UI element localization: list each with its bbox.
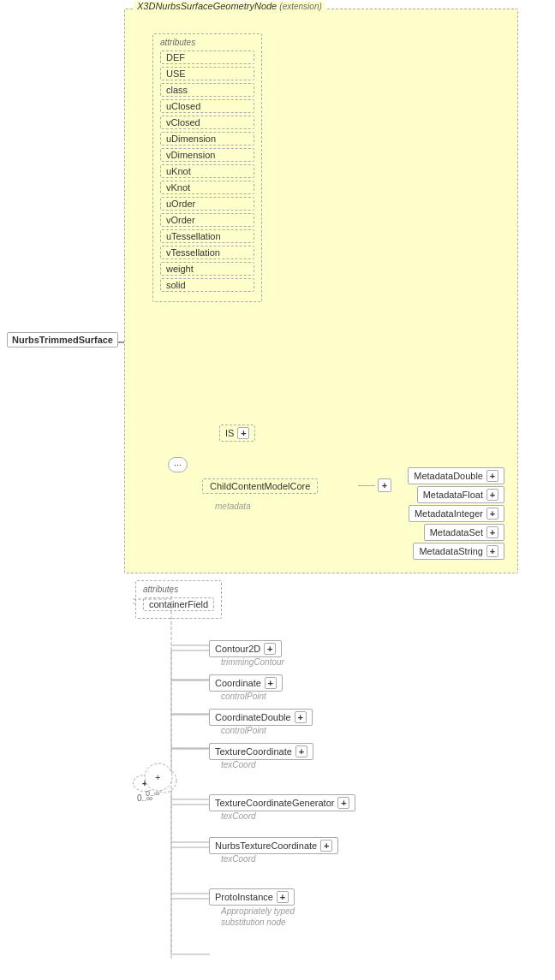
attr-vClosed: vClosed — [160, 116, 254, 129]
child-content-model-box: ChildContentModelCore — [202, 478, 318, 494]
nurbs-texture-coordinate-sublabel: texCoord — [221, 854, 256, 864]
bottom-attributes-box: attributes containerField — [135, 580, 222, 619]
attributes-box: attributes DEF USE class uClosed vClosed… — [152, 33, 262, 302]
metadata-float-box: MetadataFloat + — [417, 486, 504, 503]
texture-coordinate-generator-row: TextureCoordinateGenerator + — [209, 794, 355, 811]
contour2d-label: Contour2D — [215, 644, 260, 654]
texture-coordinate-generator-sublabel: texCoord — [221, 811, 256, 821]
texture-coordinate-row: TextureCoordinate + — [209, 743, 313, 760]
metadata-string-plus[interactable]: + — [486, 545, 498, 557]
attr-vDimension: vDimension — [160, 148, 254, 162]
texture-coordinate-label: TextureCoordinate — [215, 746, 292, 757]
contour2d-row: Contour2D + — [209, 640, 282, 657]
contour2d-box: Contour2D + — [209, 640, 282, 657]
texture-coordinate-generator-label: TextureCoordinateGenerator — [215, 798, 334, 808]
metadata-float-plus[interactable]: + — [486, 489, 498, 501]
loop-count-label: 0..∞ — [137, 793, 152, 803]
nurbs-texture-coordinate-box: NurbsTextureCoordinate + — [209, 837, 338, 854]
nurbs-trimmed-surface-label: NurbsTrimmedSurface — [7, 332, 118, 347]
attr-solid: solid — [160, 278, 254, 292]
metadata-set-plus[interactable]: + — [486, 526, 498, 538]
attr-vKnot: vKnot — [160, 181, 254, 194]
metadata-integer-plus[interactable]: + — [486, 508, 498, 520]
texture-coordinate-generator-plus[interactable]: + — [337, 797, 349, 809]
proto-instance-plus[interactable]: + — [277, 891, 289, 903]
attr-uClosed: uClosed — [160, 99, 254, 113]
coordinate-double-box: CoordinateDouble + — [209, 709, 313, 726]
texture-coordinate-generator-box: TextureCoordinateGenerator + — [209, 794, 355, 811]
coordinate-double-label: CoordinateDouble — [215, 712, 291, 722]
attributes-label: attributes — [160, 38, 254, 47]
coordinate-box: Coordinate + — [209, 674, 283, 692]
metadata-integer-label: MetadataInteger — [415, 508, 483, 519]
is-label: IS — [225, 428, 234, 438]
attr-uKnot: uKnot — [160, 164, 254, 178]
metadata-double-plus[interactable]: + — [486, 470, 498, 482]
attr-weight: weight — [160, 262, 254, 276]
metadata-plus-icon[interactable]: + — [378, 478, 391, 492]
extension-text: (extension) — [279, 2, 321, 11]
metadata-string-label: MetadataString — [419, 546, 483, 556]
loop-circle: + — [133, 775, 157, 792]
extension-label: X3DNurbsSurfaceGeometryNode (extension) — [134, 1, 325, 11]
child-content-label: ChildContentModelCore — [210, 481, 310, 491]
texture-coordinate-plus[interactable]: + — [295, 745, 307, 757]
is-plus-icon[interactable]: + — [237, 427, 249, 439]
metadata-set-label: MetadataSet — [430, 527, 483, 538]
metadata-sublabel: metadata — [215, 502, 251, 511]
attr-USE: USE — [160, 67, 254, 80]
coordinate-double-sublabel: controlPoint — [221, 726, 266, 735]
attr-vTessellation: vTessellation — [160, 246, 254, 259]
loop-plus-icon[interactable]: + — [139, 777, 151, 789]
nurbs-texture-coordinate-plus[interactable]: + — [320, 840, 332, 852]
ellipsis-text: ··· — [174, 460, 182, 470]
metadata-double-label: MetadataDouble — [414, 471, 483, 481]
proto-instance-sublabel: Appropriately typedsubstitution node — [221, 906, 295, 928]
contour2d-plus[interactable]: + — [264, 643, 276, 655]
nurbs-texture-coordinate-label: NurbsTextureCoordinate — [215, 840, 317, 851]
ellipsis-connector: ··· — [168, 457, 188, 472]
node-title: X3DNurbsSurfaceGeometryNode — [137, 1, 277, 11]
metadata-float-label: MetadataFloat — [423, 490, 483, 500]
attr-uDimension: uDimension — [160, 132, 254, 146]
coordinate-sublabel: controlPoint — [221, 692, 266, 701]
coordinate-double-plus[interactable]: + — [295, 711, 307, 723]
proto-instance-label: ProtoInstance — [215, 892, 273, 902]
attr-class: class — [160, 83, 254, 97]
texture-coordinate-box: TextureCoordinate + — [209, 743, 313, 760]
coordinate-double-row: CoordinateDouble + — [209, 709, 313, 726]
coordinate-plus[interactable]: + — [265, 677, 277, 689]
main-yellow-box: X3DNurbsSurfaceGeometryNode (extension) … — [124, 9, 518, 573]
attr-vOrder: vOrder — [160, 213, 254, 227]
metadata-string-box: MetadataString + — [413, 543, 504, 560]
is-box: IS + — [219, 425, 255, 442]
container-field-item: containerField — [143, 597, 214, 611]
metadata-connector: + — [358, 478, 391, 492]
nurbs-texture-coordinate-row: NurbsTextureCoordinate + — [209, 837, 338, 854]
texture-coordinate-sublabel: texCoord — [221, 760, 256, 769]
coordinate-row: Coordinate + — [209, 674, 283, 692]
coordinate-label: Coordinate — [215, 678, 261, 688]
metadata-set-box: MetadataSet + — [424, 524, 504, 541]
metadata-double-box: MetadataDouble + — [408, 467, 504, 484]
loop-connector: + 0..∞ — [133, 775, 157, 803]
attr-DEF: DEF — [160, 50, 254, 64]
attr-uTessellation: uTessellation — [160, 229, 254, 243]
attr-uOrder: uOrder — [160, 197, 254, 211]
contour2d-sublabel: trimmingContour — [221, 657, 284, 667]
bottom-attrs-label: attributes — [143, 585, 214, 594]
metadata-integer-box: MetadataInteger + — [409, 505, 504, 522]
proto-instance-box: ProtoInstance + — [209, 888, 295, 906]
proto-instance-row: ProtoInstance + — [209, 888, 295, 906]
